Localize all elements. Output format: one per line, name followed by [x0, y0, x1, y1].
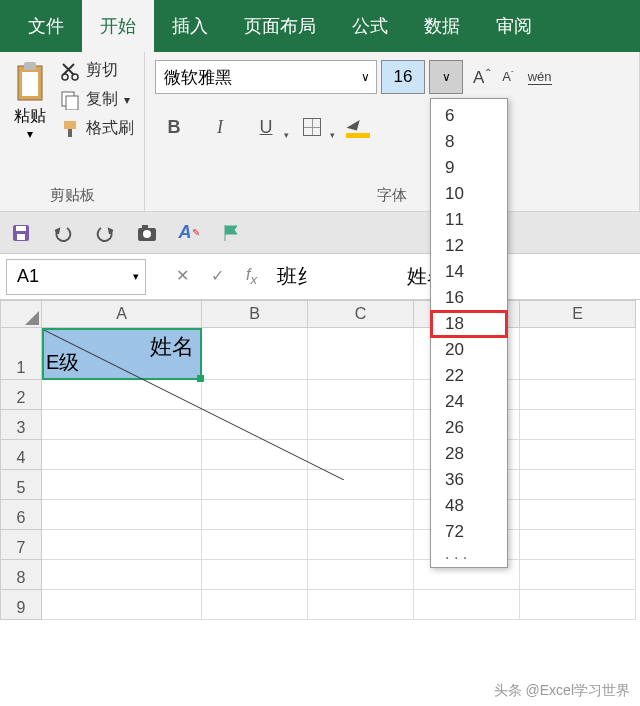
fx-button[interactable]: fx [246, 266, 257, 287]
cell-E4[interactable] [520, 440, 636, 470]
save-button[interactable] [10, 222, 32, 244]
column-header-A[interactable]: A [42, 300, 202, 328]
font-size-option-28[interactable]: 28 [431, 441, 507, 467]
redo-button[interactable] [94, 222, 116, 244]
row-header-7[interactable]: 7 [0, 530, 42, 560]
font-size-option-72[interactable]: 72 [431, 519, 507, 545]
font-size-option-14[interactable]: 14 [431, 259, 507, 285]
row-header-1[interactable]: 1 [0, 328, 42, 380]
flag-icon [221, 223, 241, 243]
font-size-option-20[interactable]: 20 [431, 337, 507, 363]
font-size-option-6[interactable]: 6 [431, 103, 507, 129]
font-size-option-22[interactable]: 22 [431, 363, 507, 389]
row-header-3[interactable]: 3 [0, 410, 42, 440]
cell-E7[interactable] [520, 530, 636, 560]
svg-point-3 [62, 74, 68, 80]
format-painter-button[interactable]: 格式刷 [60, 118, 134, 139]
fill-handle[interactable] [197, 375, 204, 382]
font-size-dropdown-button[interactable]: ∨ [429, 60, 463, 94]
font-size-option-9[interactable]: 9 [431, 155, 507, 181]
cell-E8[interactable] [520, 560, 636, 590]
font-size-option-26[interactable]: 26 [431, 415, 507, 441]
column-header-E[interactable]: E [520, 300, 636, 328]
row-header-4[interactable]: 4 [0, 440, 42, 470]
tab-home[interactable]: 开始 [82, 0, 154, 52]
font-size-option-24[interactable]: 24 [431, 389, 507, 415]
flag-button[interactable] [220, 222, 242, 244]
tab-formula[interactable]: 公式 [334, 0, 406, 52]
cell-B6[interactable] [202, 500, 308, 530]
paste-button[interactable]: 粘贴 ▾ [10, 60, 50, 184]
row-header-5[interactable]: 5 [0, 470, 42, 500]
chevron-down-icon: ▾ [133, 270, 139, 283]
chevron-down-icon: ▾ [330, 130, 335, 140]
font-name-select[interactable]: 微软雅黑 ∨ [155, 60, 377, 94]
name-box[interactable]: A1 ▾ [6, 259, 146, 295]
cancel-button[interactable]: ✕ [176, 266, 189, 287]
tab-layout[interactable]: 页面布局 [226, 0, 334, 52]
cell-B9[interactable] [202, 590, 308, 620]
font-style-button[interactable]: A✎ [178, 222, 200, 244]
row-header-2[interactable]: 2 [0, 380, 42, 410]
fill-color-button[interactable] [345, 112, 371, 142]
cell-C9[interactable] [308, 590, 414, 620]
undo-button[interactable] [52, 222, 74, 244]
bold-button[interactable]: B [161, 112, 187, 142]
row-header-6[interactable]: 6 [0, 500, 42, 530]
italic-button[interactable]: I [207, 112, 233, 142]
font-size-input[interactable]: 16 [381, 60, 425, 94]
cell-E5[interactable] [520, 470, 636, 500]
save-icon [11, 223, 31, 243]
cell-E3[interactable] [520, 410, 636, 440]
tab-file[interactable]: 文件 [10, 0, 82, 52]
cell-B8[interactable] [202, 560, 308, 590]
redo-icon [95, 223, 115, 243]
cell-A6[interactable] [42, 500, 202, 530]
tab-data[interactable]: 数据 [406, 0, 478, 52]
font-size-option-10[interactable]: 10 [431, 181, 507, 207]
font-size-option-16[interactable]: 16 [431, 285, 507, 311]
clipboard-icon [10, 60, 50, 106]
column-header-C[interactable]: C [308, 300, 414, 328]
cell-E2[interactable] [520, 380, 636, 410]
cell-B7[interactable] [202, 530, 308, 560]
cell-A9[interactable] [42, 590, 202, 620]
format-painter-label: 格式刷 [86, 118, 134, 139]
font-size-option-36[interactable]: 36 [431, 467, 507, 493]
font-size-option-18[interactable]: 18 [431, 311, 507, 337]
cell-C8[interactable] [308, 560, 414, 590]
formula-bar: A1 ▾ ✕ ✓ fx 班纟 姓名 [0, 254, 640, 300]
cell-A7[interactable] [42, 530, 202, 560]
cell-A1[interactable]: 姓名E级 [42, 328, 202, 380]
tab-insert[interactable]: 插入 [154, 0, 226, 52]
phonetic-guide-button[interactable]: wén [528, 69, 552, 85]
cell-C6[interactable] [308, 500, 414, 530]
cell-E9[interactable] [520, 590, 636, 620]
underline-button[interactable]: U▾ [253, 112, 279, 142]
chevron-down-icon: ∨ [361, 70, 370, 84]
font-size-option-48[interactable]: 48 [431, 493, 507, 519]
copy-button[interactable]: 复制 ▾ [60, 89, 134, 110]
tab-review[interactable]: 审阅 [478, 0, 550, 52]
cell-E6[interactable] [520, 500, 636, 530]
row-header-8[interactable]: 8 [0, 560, 42, 590]
select-all-corner[interactable] [0, 300, 42, 328]
camera-button[interactable] [136, 222, 158, 244]
cell-E1[interactable] [520, 328, 636, 380]
row-header-9[interactable]: 9 [0, 590, 42, 620]
cell-D9[interactable] [414, 590, 520, 620]
cell-A8[interactable] [42, 560, 202, 590]
font-size-option-8[interactable]: 8 [431, 129, 507, 155]
decrease-font-icon[interactable]: Aˇ [502, 69, 513, 84]
cut-label: 剪切 [86, 60, 118, 81]
enter-button[interactable]: ✓ [211, 266, 224, 287]
column-header-B[interactable]: B [202, 300, 308, 328]
cell-C7[interactable] [308, 530, 414, 560]
borders-button[interactable]: ▾ [299, 112, 325, 142]
format-painter-icon [60, 119, 80, 139]
font-size-option-11[interactable]: 11 [431, 207, 507, 233]
font-size-option-12[interactable]: 12 [431, 233, 507, 259]
ribbon-content: 粘贴 ▾ 剪切 复制 ▾ 格式刷 剪贴板 [0, 52, 640, 212]
cut-button[interactable]: 剪切 [60, 60, 134, 81]
increase-font-icon[interactable]: A⌃ [473, 67, 492, 88]
